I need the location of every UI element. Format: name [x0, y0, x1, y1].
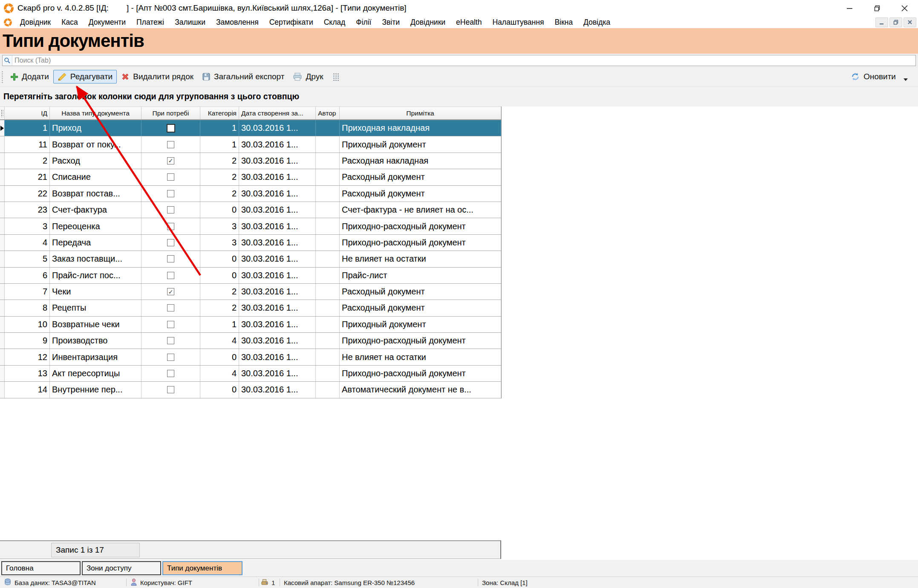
menu-item-10[interactable]: Звіти	[382, 18, 400, 27]
search-box[interactable]	[2, 55, 916, 66]
cell-on-demand	[141, 153, 200, 169]
table-row[interactable]: 23 Счет-фактура 0 30.03.2016 1... Счет-ф…	[0, 202, 501, 218]
export-button[interactable]: Загальний експорт	[198, 70, 289, 84]
table-row[interactable]: 13 Акт пересортицы 4 30.03.2016 1... При…	[0, 366, 501, 382]
table-row[interactable]: 6 Прайс-лист пос... 0 30.03.2016 1... Пр…	[0, 268, 501, 284]
search-input[interactable]	[12, 56, 915, 65]
floppy-icon	[202, 72, 211, 81]
checkbox[interactable]	[167, 304, 174, 311]
menu-item-1[interactable]: Довідник	[20, 18, 51, 27]
checkbox[interactable]	[167, 272, 174, 279]
cell-author	[316, 382, 340, 398]
table-row[interactable]: 22 Возврат постав... 2 30.03.2016 1... Р…	[0, 186, 501, 202]
table-row[interactable]: 21 Списание 2 30.03.2016 1... Расходный …	[0, 169, 501, 185]
pencil-icon	[58, 72, 67, 81]
menu-item-15[interactable]: Довідка	[583, 18, 610, 27]
close-icon[interactable]	[891, 0, 918, 16]
table-row[interactable]: 1 Приход 1 30.03.2016 1... Приходная нак…	[0, 120, 501, 136]
table-row[interactable]: 12 Инвентаризация 0 30.03.2016 1... Не в…	[0, 349, 501, 365]
checkbox[interactable]	[167, 255, 174, 262]
titlebar: Скарб pro v. 4.0.2.85 [ІД: ] - [Апт №003…	[0, 0, 918, 16]
cell-author	[316, 218, 340, 234]
delete-row-button[interactable]: Видалити рядок	[117, 70, 198, 84]
cell-category: 4	[200, 333, 239, 349]
menu-item-14[interactable]: Вікна	[554, 18, 573, 27]
column-header-3[interactable]: При потребі	[141, 107, 200, 119]
table-row[interactable]: 7 Чеки 2 30.03.2016 1... Расходный докум…	[0, 284, 501, 300]
table-row[interactable]: 10 Возвратные чеки 1 30.03.2016 1... При…	[0, 317, 501, 333]
table-row[interactable]: 14 Внутренние пер... 0 30.03.2016 1... А…	[0, 382, 501, 398]
cell-author	[316, 186, 340, 202]
cell-name: Акт пересортицы	[50, 366, 141, 381]
table-row[interactable]: 9 Производство 4 30.03.2016 1... Приходн…	[0, 333, 501, 349]
checkbox[interactable]	[167, 206, 174, 213]
tab-2[interactable]: Зони доступу	[82, 561, 161, 575]
table-row[interactable]: 2 Расход 2 30.03.2016 1... Расходная нак…	[0, 153, 501, 169]
menu-item-5[interactable]: Залишки	[175, 18, 205, 27]
cell-name: Возвратные чеки	[50, 317, 141, 332]
menu-item-3[interactable]: Документи	[89, 18, 126, 27]
menu-item-6[interactable]: Замовлення	[216, 18, 259, 27]
cell-date-created: 30.03.2016 1...	[239, 300, 316, 316]
menu-item-12[interactable]: eHealth	[456, 18, 482, 27]
checkbox[interactable]	[167, 337, 174, 344]
column-header-5[interactable]: Дата створення за...	[239, 107, 316, 119]
cell-category: 2	[200, 169, 239, 185]
cell-date-created: 30.03.2016 1...	[239, 136, 316, 152]
refresh-button[interactable]: Оновити	[846, 70, 912, 84]
column-chooser-icon[interactable]	[333, 73, 339, 81]
table-row[interactable]: 4 Передача 3 30.03.2016 1... Приходно-ра…	[0, 235, 501, 251]
refresh-icon	[851, 72, 860, 81]
column-header-7[interactable]: Примітка	[340, 107, 501, 119]
table-row[interactable]: 3 Переоценка 3 30.03.2016 1... Приходно-…	[0, 218, 501, 234]
add-button[interactable]: Додати	[6, 70, 53, 84]
table-row[interactable]: 8 Рецепты 2 30.03.2016 1... Расходный до…	[0, 300, 501, 316]
edit-button[interactable]: Редагувати	[53, 70, 117, 84]
table-row[interactable]: 11 Возврат от поку... 1 30.03.2016 1... …	[0, 136, 501, 153]
checkbox[interactable]	[167, 239, 174, 246]
column-header-4[interactable]: Категорія	[200, 107, 239, 119]
checkbox[interactable]	[167, 354, 174, 361]
cell-date-created: 30.03.2016 1...	[239, 186, 316, 202]
menu-item-9[interactable]: Філії	[356, 18, 371, 27]
checkbox[interactable]	[167, 124, 175, 133]
menu-item-8[interactable]: Склад	[324, 18, 346, 27]
checkbox[interactable]	[167, 288, 174, 295]
checkbox[interactable]	[167, 157, 174, 164]
cell-category: 0	[200, 349, 239, 365]
table-row[interactable]: 5 Заказ поставщи... 0 30.03.2016 1... Не…	[0, 251, 501, 267]
menu-item-2[interactable]: Каса	[61, 18, 78, 27]
restore-icon[interactable]	[863, 0, 891, 16]
chevron-down-icon[interactable]	[904, 78, 908, 81]
column-header-6[interactable]: Автор	[316, 107, 340, 119]
minimize-icon[interactable]	[836, 0, 863, 16]
menu-item-13[interactable]: Налаштування	[492, 18, 544, 27]
mdi-restore-icon[interactable]	[889, 17, 902, 27]
mdi-close-icon[interactable]	[904, 17, 916, 27]
print-button[interactable]: Друк	[289, 70, 327, 84]
mdi-window-controls	[875, 17, 916, 27]
column-header-1[interactable]: ІД	[5, 107, 50, 119]
checkbox[interactable]	[167, 386, 174, 393]
menu-item-11[interactable]: Довідники	[410, 18, 445, 27]
menu-item-4[interactable]: Платежі	[136, 18, 164, 27]
checkbox[interactable]	[167, 190, 174, 197]
checkbox[interactable]	[167, 321, 174, 328]
cell-id: 9	[5, 333, 50, 349]
checkbox[interactable]	[167, 223, 174, 230]
tab-1[interactable]: Головна	[1, 561, 81, 575]
cell-date-created: 30.03.2016 1...	[239, 349, 316, 365]
menu: ДовідникКасаДокументиПлатежіЗалишкиЗамов…	[20, 18, 610, 27]
cell-author	[316, 136, 340, 152]
mdi-minimize-icon[interactable]	[875, 17, 888, 27]
column-header-2[interactable]: Назва типу документа	[50, 107, 141, 119]
record-count: Запис 1 із 17	[51, 543, 140, 557]
statusbar-register: Касовий апарат: Samsung ER-350 №123456	[280, 577, 478, 588]
tab-3[interactable]: Типи документів	[162, 561, 242, 575]
checkbox[interactable]	[167, 141, 174, 148]
printer-icon	[293, 72, 302, 81]
checkbox[interactable]	[167, 370, 174, 377]
cell-id: 14	[5, 382, 50, 398]
menu-item-7[interactable]: Сертифікати	[269, 18, 313, 27]
checkbox[interactable]	[167, 173, 174, 181]
